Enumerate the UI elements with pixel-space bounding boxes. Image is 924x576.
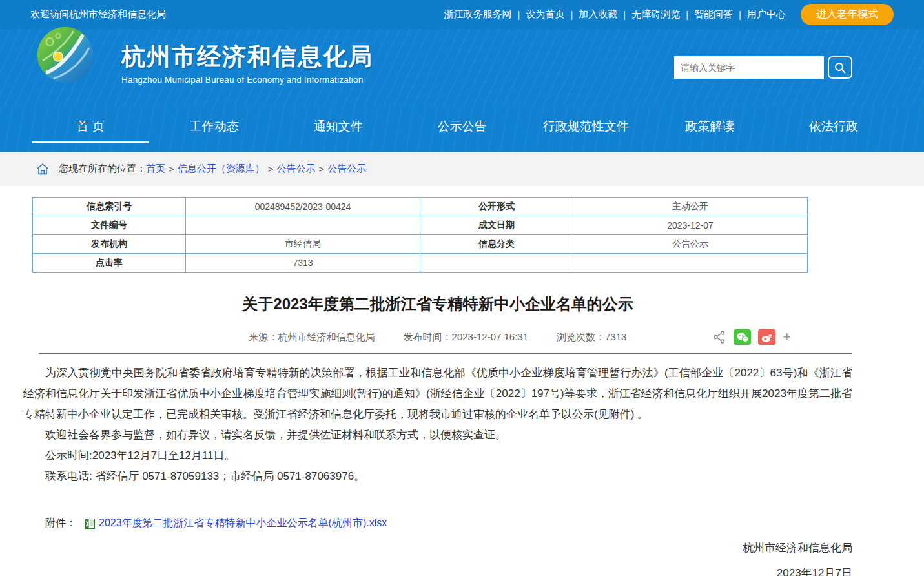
info-value: 2023-12-07 <box>573 216 808 235</box>
table-row: 点击率 7313 <box>33 254 808 273</box>
info-label: 信息索引号 <box>33 198 186 216</box>
article-paragraph: 欢迎社会各界参与监督，如有异议，请实名反馈，并提供佐证材料和联系方式，以便核实查… <box>23 425 852 446</box>
meta-divider <box>39 353 852 354</box>
search-button[interactable] <box>828 56 852 79</box>
views-text: 浏览次数：7313 <box>557 331 626 344</box>
wechat-share-button[interactable] <box>734 329 751 345</box>
article-page: 信息索引号 002489452/2023-00424 公开形式 主动公开 文件编… <box>0 186 924 576</box>
breadcrumb-link-info-disclosure[interactable]: 信息公开（资源库） <box>178 163 265 175</box>
info-label: 文件编号 <box>33 216 186 235</box>
main-nav: 首 页 工作动态 通知文件 公示公告 行政规范性文件 政策解读 依法行政 <box>0 107 924 152</box>
table-row: 信息索引号 002489452/2023-00424 公开形式 主动公开 <box>33 198 808 216</box>
share-toolbar: + <box>712 329 791 345</box>
nav-item-policy-reading[interactable]: 政策解读 <box>652 107 768 152</box>
signature-date: 2023年12月7日 <box>23 566 852 576</box>
signature-block: 杭州市经济和信息化局 2023年12月7日 <box>23 540 852 576</box>
info-label: 公开形式 <box>420 198 573 216</box>
info-label: 信息分类 <box>420 235 573 254</box>
info-value: 7313 <box>186 254 420 273</box>
nav-item-public-notices[interactable]: 公示公告 <box>404 107 520 152</box>
breadcrumb-label: 您现在所在的位置： <box>59 163 146 175</box>
info-label: 发布机构 <box>33 235 186 254</box>
breadcrumb-separator: > <box>316 163 328 174</box>
info-label: 成文日期 <box>420 216 573 235</box>
article-paragraph: 公示时间:2023年12月7日至12月11日。 <box>23 446 852 466</box>
home-icon[interactable] <box>36 162 50 176</box>
more-share-button[interactable]: + <box>783 331 791 344</box>
topbar-link-accessibility[interactable]: 无障碍浏览 <box>626 8 686 21</box>
signature-org: 杭州市经济和信息化局 <box>23 540 852 555</box>
weibo-share-button[interactable] <box>758 329 775 345</box>
table-row: 文件编号 成文日期 2023-12-07 <box>33 216 808 235</box>
weibo-icon <box>761 332 774 343</box>
excel-file-icon <box>85 519 95 529</box>
site-logo[interactable] <box>36 25 95 85</box>
search-icon <box>834 61 847 74</box>
welcome-text: 欢迎访问杭州市经济和信息化局 <box>30 8 166 21</box>
table-row: 发布机构 市经信局 信息分类 公告公示 <box>33 235 808 254</box>
topbar-link-user-center[interactable]: 用户中心 <box>741 8 792 21</box>
wechat-icon <box>736 332 749 343</box>
topbar-link-smart-qa[interactable]: 智能问答 <box>688 8 739 21</box>
elder-mode-button[interactable]: 进入老年模式 <box>801 4 894 25</box>
attachment-row: 附件： 2023年度第二批浙江省专精特新中小企业公示名单(杭州市).xlsx <box>45 517 852 530</box>
breadcrumb-separator: > <box>165 163 178 174</box>
article-body: 为深入贯彻党中央国务院和省委省政府培育专精特新的决策部署，根据工业和信息化部《优… <box>23 363 852 487</box>
info-value: 主动公开 <box>573 198 808 216</box>
topbar-link-set-homepage[interactable]: 设为首页 <box>520 8 570 21</box>
topbar-links: 浙江政务服务网| 设为首页| 加入收藏| 无障碍浏览| 智能问答| 用户中心 进… <box>438 4 894 25</box>
breadcrumb-separator: > <box>265 163 277 174</box>
site-title: 杭州市经济和信息化局 <box>121 41 373 73</box>
article-paragraph: 为深入贯彻党中央国务院和省委省政府培育专精特新的决策部署，根据工业和信息化部《优… <box>23 363 852 425</box>
attachment-label: 附件： <box>45 517 76 530</box>
info-label: 点击率 <box>33 254 186 273</box>
breadcrumb: 您现在所在的位置： 首页 > 信息公开（资源库） > 公告公示 > 公告公示 <box>0 152 924 186</box>
info-value: 市经信局 <box>186 235 420 254</box>
topbar-link-zjzwfw[interactable]: 浙江政务服务网 <box>438 8 517 21</box>
site-header: 杭州市经济和信息化局 Hangzhou Municipal Bureau of … <box>0 29 924 107</box>
info-value: 公告公示 <box>573 235 808 254</box>
article-paragraph: 联系电话: 省经信厅 0571-87059133；市经信局 0571-87063… <box>23 466 852 487</box>
breadcrumb-link-notices[interactable]: 公告公示 <box>277 163 316 175</box>
breadcrumb-link-notices-2[interactable]: 公告公示 <box>327 163 366 175</box>
info-value: 002489452/2023-00424 <box>186 198 420 216</box>
nav-item-home[interactable]: 首 页 <box>32 107 149 152</box>
search-input[interactable] <box>674 56 824 79</box>
source-text: 来源：杭州市经济和信息化局 <box>249 331 375 344</box>
site-identity: 杭州市经济和信息化局 Hangzhou Municipal Bureau of … <box>121 41 373 85</box>
page-title: 关于2023年度第二批浙江省专精特新中小企业名单的公示 <box>23 294 852 314</box>
nav-item-work-news[interactable]: 工作动态 <box>156 107 272 152</box>
logo-globe-icon <box>36 25 95 85</box>
publish-time-text: 发布时间：2023-12-07 16:31 <box>404 331 528 344</box>
info-value <box>186 216 420 235</box>
site-subtitle: Hangzhou Municipal Bureau of Economy and… <box>121 75 373 85</box>
attachment-link[interactable]: 2023年度第二批浙江省专精特新中小企业公示名单(杭州市).xlsx <box>99 517 387 530</box>
info-label <box>420 254 573 273</box>
article-meta: 来源：杭州市经济和信息化局 发布时间：2023-12-07 16:31 浏览次数… <box>23 329 852 345</box>
topbar-link-add-favorite[interactable]: 加入收藏 <box>573 8 623 21</box>
breadcrumb-link-home[interactable]: 首页 <box>146 163 165 175</box>
info-value <box>573 254 808 273</box>
info-table: 信息索引号 002489452/2023-00424 公开形式 主动公开 文件编… <box>32 197 808 273</box>
nav-item-notice-files[interactable]: 通知文件 <box>280 107 396 152</box>
topbar: 欢迎访问杭州市经济和信息化局 浙江政务服务网| 设为首页| 加入收藏| 无障碍浏… <box>0 0 924 29</box>
site-search <box>674 56 852 79</box>
share-icon[interactable] <box>712 330 726 344</box>
nav-item-law-admin[interactable]: 依法行政 <box>775 107 892 152</box>
nav-item-regulatory-docs[interactable]: 行政规范性文件 <box>528 107 644 152</box>
